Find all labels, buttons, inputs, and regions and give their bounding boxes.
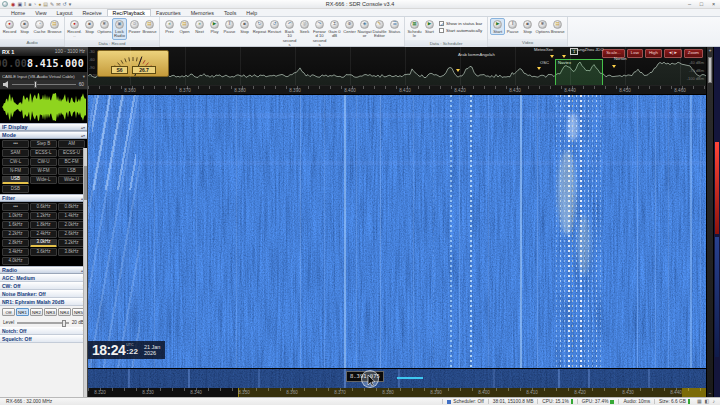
volume-icon[interactable]: ♪ — [713, 399, 716, 404]
ribbon-button-pause[interactable]: ‖Pause — [505, 18, 520, 35]
ribbon-button-back-10-seconds[interactable]: ↶Back 10 seconds — [282, 18, 297, 49]
volume-slider[interactable]: 60 — [0, 80, 87, 89]
ribbon-button-browse[interactable]: ▤Browse — [550, 18, 565, 35]
ribbon-button-stop[interactable]: ■Stop — [82, 18, 97, 35]
ribbon-button-datafile-editor[interactable]: ✎Datafile Editor — [372, 18, 387, 40]
menu-tab-rec-playback[interactable]: Rec/Playback — [107, 9, 151, 16]
ribbon-button-stop[interactable]: ■Stop — [17, 18, 32, 35]
navigator-tuning-knob[interactable] — [361, 370, 379, 388]
ribbon-button-navigator[interactable]: ◈Navigator — [357, 18, 372, 40]
filter-button-0-8khz[interactable]: 0.8kHz — [58, 203, 85, 211]
station-label-osc[interactable]: OSC — [540, 61, 549, 65]
ribbon-button-restart[interactable]: ↺Restart — [267, 18, 282, 35]
ribbon-button-gain-0-db[interactable]: ±Gain 0 dB — [327, 18, 342, 40]
spectrum-button-low[interactable]: Low — [627, 49, 643, 58]
grid-icon[interactable]: ▦ — [697, 399, 702, 404]
level-track[interactable] — [17, 322, 69, 324]
waterfall-palette-rail[interactable] — [713, 47, 720, 397]
minimize-button[interactable]: – — [685, 1, 694, 8]
volume-thumb[interactable] — [34, 81, 37, 88]
mode-button-usb[interactable]: USB — [2, 176, 29, 184]
menu-tab-tools[interactable]: Tools — [219, 9, 241, 16]
ribbon-button-start[interactable]: ▶Start — [490, 18, 505, 35]
mode-button-wide-u[interactable]: Wide-U — [58, 176, 85, 184]
waterfall-display[interactable]: 18:24 UTC :22 21 Jan 2026 — [88, 95, 706, 368]
filter-button-3-0khz[interactable]: 3.0kHz — [30, 239, 57, 247]
checkbox-show-in-status-bar[interactable]: ✓Show in status bar — [439, 21, 482, 26]
mode-button-n-fm[interactable]: N-FM — [2, 167, 29, 175]
menu-tab-memories[interactable]: Memories — [186, 9, 219, 16]
nr-button-nr4[interactable]: NR4 — [58, 308, 71, 316]
volume-track[interactable] — [12, 84, 76, 85]
mode-button-dsb[interactable]: DSB — [2, 185, 29, 193]
ribbon-button-lock-radio[interactable]: ▣Lock Radio — [112, 18, 127, 40]
filter-button-2-0khz[interactable]: 2.0kHz — [58, 221, 85, 229]
menu-tab-help[interactable]: Help — [241, 9, 262, 16]
menu-tab-favourites[interactable]: Favourites — [151, 9, 186, 16]
pause-icon[interactable]: ‖ — [24, 2, 26, 7]
ribbon-button-open[interactable]: ▤Open — [177, 18, 192, 35]
mode-button-sam[interactable]: SAM — [2, 149, 29, 157]
filter-button-3-4khz[interactable]: 3.4kHz — [2, 248, 29, 256]
memories-icon[interactable]: ▤ — [43, 2, 48, 7]
radio-row-nr1[interactable]: NR1: Ephraim Malah 20dB▾ — [0, 298, 87, 306]
ribbon-button-forward-10-seconds[interactable]: ↷Forward 10 seconds — [312, 18, 327, 49]
ribbon-button-power[interactable]: ⊙Power — [127, 18, 142, 35]
radio-row-agc[interactable]: AGC: Medium▾ — [0, 274, 87, 282]
ribbon-button-repeat[interactable]: ↻Repeat — [252, 18, 267, 35]
section-header-radio[interactable]: Radio ▴▾ — [0, 266, 87, 274]
filter-button-1-6khz[interactable]: 1.6kHz — [2, 221, 29, 229]
nr-level-slider[interactable]: Level 20 dB — [0, 318, 87, 327]
filter-button-2-6khz[interactable]: 2.6kHz — [58, 230, 85, 238]
mode-button-w-fm[interactable]: W-FM — [30, 167, 57, 175]
filter-button-item[interactable]: ••• — [2, 203, 29, 211]
contacts-icon[interactable]: ▣ — [17, 2, 22, 7]
ribbon-button-center[interactable]: ⊕Center — [342, 18, 357, 35]
ribbon-button-play[interactable]: ▶Play — [207, 18, 222, 35]
panels-icon[interactable]: ◧ — [705, 399, 710, 404]
section-header-if-display[interactable]: IF Display ▴▾ — [0, 123, 87, 131]
section-header-mode[interactable]: Mode ▴▾ — [0, 131, 87, 139]
mode-button-lsb[interactable]: LSB — [58, 167, 85, 175]
mode-button-bc-fm[interactable]: BC-FM — [58, 158, 85, 166]
navigator-band[interactable]: 8.391.075 — [88, 368, 706, 388]
maximize-button[interactable]: □ — [697, 1, 706, 8]
clock-icon[interactable]: ◔ — [33, 2, 36, 7]
menu-tab-home[interactable]: Home — [6, 9, 30, 16]
menu-tab-view[interactable]: View — [30, 9, 51, 16]
radio-row-noise-blanker[interactable]: Noise Blanker: Off▾ — [0, 290, 87, 298]
station-marker-icon[interactable] — [612, 65, 616, 70]
dropdown-icon[interactable]: ▾ — [69, 2, 72, 7]
nr-button-off[interactable]: Off — [2, 308, 15, 316]
menu-tab-receive[interactable]: Receive — [77, 9, 106, 16]
nr-button-nr2[interactable]: NR2 — [30, 308, 43, 316]
filter-button-1-8khz[interactable]: 1.8kHz — [30, 221, 57, 229]
spectrum-button-high[interactable]: High — [645, 49, 662, 58]
station-marker-icon[interactable] — [550, 55, 554, 60]
filter-button-4-0khz[interactable]: 4.0kHz — [2, 257, 29, 265]
filter-button-2-2khz[interactable]: 2.2kHz — [2, 230, 29, 238]
mode-button-ecss-l[interactable]: ECSS-L — [30, 149, 57, 157]
ribbon-button-options[interactable]: ✱Options — [535, 18, 550, 35]
ribbon-button-record[interactable]: ●Record... — [67, 18, 82, 40]
ribbon-button-start[interactable]: ▶Start — [422, 18, 437, 35]
undo-icon[interactable]: ↺ — [62, 2, 66, 7]
filter-button-3-6khz[interactable]: 3.6kHz — [30, 248, 57, 256]
ribbon-button-record[interactable]: ●Record — [2, 18, 17, 35]
ribbon-button-options[interactable]: ✱Options — [97, 18, 112, 35]
filter-button-0-6khz[interactable]: 0.6kHz — [30, 203, 57, 211]
mode-button-am[interactable]: AM — [58, 140, 85, 148]
record-audio-icon[interactable]: ◉ — [11, 2, 15, 7]
ribbon-button-stop[interactable]: ■Stop — [237, 18, 252, 35]
ribbon-button-cache[interactable]: ◔Cache — [32, 18, 47, 35]
close-button[interactable]: × — [709, 1, 718, 8]
stop-icon[interactable]: ■ — [28, 2, 31, 7]
navigator-frequency-scale[interactable]: 8.3208.3308.3408.3508.3608.3708.3808.390… — [88, 388, 706, 397]
menu-tab-layout[interactable]: Layout — [52, 9, 78, 16]
frequency-scale[interactable]: 8.3608.3708.3808.3908.4008.4108.4208.430… — [88, 86, 706, 95]
filter-button-3-2khz[interactable]: 3.2kHz — [58, 239, 85, 247]
ribbon-button-stop[interactable]: ■Stop — [520, 18, 535, 35]
radio-row-notch[interactable]: Notch: Off ▾ — [0, 327, 87, 335]
frequency-display[interactable]: 00.008.415.000 — [0, 56, 87, 71]
ribbon-button-pause[interactable]: ‖Pause — [222, 18, 237, 35]
